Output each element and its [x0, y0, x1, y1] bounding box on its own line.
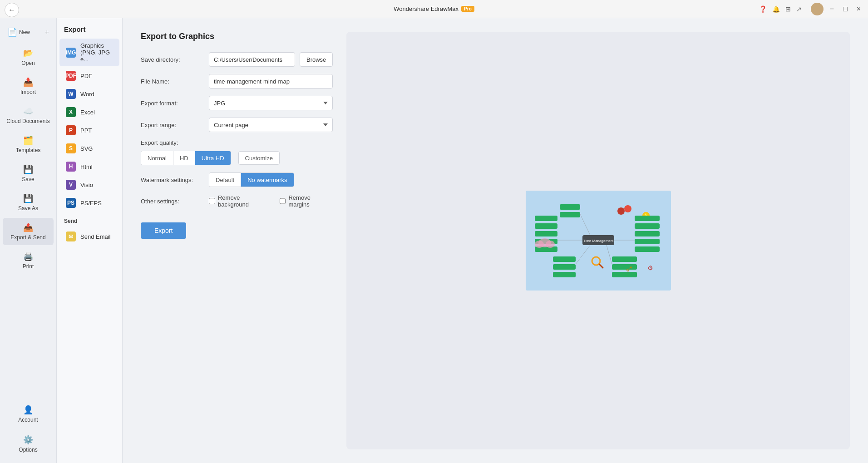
- sidebar-item-cloud[interactable]: ☁️ Cloud Documents: [3, 102, 54, 129]
- export-item-svg-label: SVG: [80, 145, 93, 152]
- export-item-visio-label: Visio: [80, 182, 93, 188]
- export-item-email[interactable]: ✉ Send Email: [59, 228, 119, 245]
- file-name-input[interactable]: [209, 74, 333, 89]
- sidebar-item-open-label: Open: [21, 60, 35, 66]
- templates-icon: 🗂️: [23, 135, 33, 145]
- checkbox-group: Remove background Remove margins: [209, 194, 333, 208]
- watermark-default-button[interactable]: Default: [209, 173, 241, 187]
- email-icon: ✉: [66, 232, 76, 241]
- svg-rect-16: [635, 216, 660, 221]
- quality-ultrahd-button[interactable]: Ultra HD: [195, 151, 231, 165]
- close-button[interactable]: ×: [854, 4, 863, 14]
- minimize-button[interactable]: −: [827, 4, 837, 14]
- quality-hd-button[interactable]: HD: [173, 151, 195, 165]
- sidebar-item-templates[interactable]: 🗂️ Templates: [3, 131, 54, 158]
- customize-button[interactable]: Customize: [238, 151, 280, 165]
- save-directory-input[interactable]: [209, 52, 295, 67]
- svg-point-3: [617, 207, 625, 215]
- svg-rect-22: [553, 256, 576, 262]
- sidebar-item-options-label: Options: [19, 447, 37, 453]
- sidebar-item-open[interactable]: 📂 Open: [3, 44, 54, 71]
- back-button[interactable]: ←: [5, 3, 19, 17]
- sidebar-item-options[interactable]: ⚙️ Options: [3, 430, 54, 458]
- svg-rect-26: [612, 256, 637, 262]
- export-item-excel-label: Excel: [80, 109, 95, 116]
- html-icon: H: [66, 162, 76, 172]
- sidebar-item-export[interactable]: 📤 Export & Send: [3, 218, 54, 245]
- quality-group: Normal HD Ultra HD: [141, 151, 231, 165]
- app-title: Wondershare EdrawMax: [394, 5, 459, 12]
- sidebar-item-account-label: Account: [18, 417, 38, 423]
- browse-button[interactable]: Browse: [300, 52, 333, 67]
- remove-background-label: Remove background: [218, 194, 272, 208]
- export-item-excel[interactable]: X Excel: [59, 103, 119, 121]
- svg-text:Time Management: Time Management: [583, 239, 613, 243]
- remove-background-item[interactable]: Remove background: [209, 194, 272, 208]
- main-content: Export to Graphics Save directory: Brows…: [123, 18, 868, 463]
- watermark-label: Watermark settings:: [141, 177, 204, 183]
- svg-rect-9: [535, 231, 557, 236]
- toolbar-help-icon[interactable]: ❓: [759, 5, 767, 13]
- sidebar-item-account[interactable]: 👤 Account: [3, 400, 54, 428]
- cloud-icon: ☁️: [23, 106, 33, 116]
- quality-normal-button[interactable]: Normal: [141, 151, 173, 165]
- svg-rect-8: [535, 223, 557, 229]
- watermark-nowatermarks-button[interactable]: No watermarks: [241, 173, 293, 187]
- visio-icon: V: [66, 180, 76, 190]
- export-item-word[interactable]: W Word: [59, 85, 119, 103]
- export-item-visio[interactable]: V Visio: [59, 176, 119, 193]
- ppt-icon: P: [66, 125, 76, 135]
- sidebar-item-save[interactable]: 💾 Save: [3, 160, 54, 187]
- sidebar-item-print-label: Print: [23, 263, 34, 270]
- export-item-ppt[interactable]: P PPT: [59, 122, 119, 139]
- saveas-icon: 💾: [23, 193, 33, 203]
- user-avatar[interactable]: [811, 3, 824, 15]
- watermark-row: Watermark settings: Default No watermark…: [141, 172, 333, 187]
- export-button[interactable]: Export: [141, 222, 186, 239]
- sidebar-item-import[interactable]: 📥 Import: [3, 73, 54, 100]
- print-icon: 🖨️: [23, 251, 33, 261]
- svg-rect-17: [635, 223, 660, 229]
- export-item-ps[interactable]: PS PS/EPS: [59, 194, 119, 212]
- file-name-label: File Name:: [141, 78, 204, 85]
- svg-text:⚙: ⚙: [647, 264, 653, 271]
- send-section-title: Send: [57, 212, 122, 227]
- import-icon: 📥: [23, 77, 33, 87]
- export-item-pdf[interactable]: PDF PDF: [59, 67, 119, 84]
- remove-background-checkbox[interactable]: [209, 198, 215, 204]
- export-item-ppt-label: PPT: [80, 127, 92, 134]
- sidebar-item-print[interactable]: 🖨️ Print: [3, 247, 54, 274]
- export-item-email-label: Send Email: [80, 233, 110, 240]
- sidebar-item-save-label: Save: [22, 176, 34, 182]
- sidebar-item-saveas[interactable]: 💾 Save As: [3, 189, 54, 216]
- export-item-png[interactable]: IMG Graphics (PNG, JPG e...: [59, 39, 119, 66]
- remove-margins-checkbox[interactable]: [280, 198, 286, 204]
- export-format-select[interactable]: JPG PNG BMP TIFF GIF: [209, 96, 333, 110]
- export-item-html-label: Html: [80, 163, 93, 170]
- export-range-select[interactable]: Current page All pages Selection: [209, 118, 333, 132]
- svg-point-35: [535, 241, 544, 248]
- export-quality-label: Export quality:: [141, 139, 204, 146]
- toolbar-grid-icon[interactable]: ⊞: [785, 5, 791, 13]
- plus-icon: +: [45, 28, 49, 36]
- maximize-button[interactable]: □: [840, 4, 850, 14]
- export-item-html[interactable]: H Html: [59, 158, 119, 175]
- export-panel: Export IMG Graphics (PNG, JPG e... PDF P…: [57, 18, 123, 463]
- png-icon: IMG: [66, 48, 76, 58]
- save-icon: 💾: [23, 164, 33, 174]
- sidebar-item-new[interactable]: 📄 New +: [3, 23, 54, 42]
- other-settings-label: Other settings:: [141, 198, 204, 205]
- options-icon: ⚙️: [23, 435, 33, 445]
- svg-icon: S: [66, 143, 76, 153]
- export-item-svg[interactable]: S SVG: [59, 140, 119, 157]
- toolbar-share-icon[interactable]: ↗: [796, 5, 802, 13]
- remove-margins-item[interactable]: Remove margins: [280, 194, 333, 208]
- svg-rect-13: [560, 204, 580, 210]
- other-settings-row: Other settings: Remove background Remove…: [141, 194, 333, 208]
- toolbar-bell-icon[interactable]: 🔔: [772, 5, 780, 13]
- main-layout: 📄 New + 📂 Open 📥 Import ☁️ Cloud Documen…: [0, 18, 868, 463]
- watermark-group: Default No watermarks: [209, 172, 294, 187]
- account-icon: 👤: [23, 405, 33, 415]
- svg-rect-7: [535, 216, 557, 221]
- export-quality-row: Export quality: Normal HD Ultra HD Custo…: [141, 139, 333, 165]
